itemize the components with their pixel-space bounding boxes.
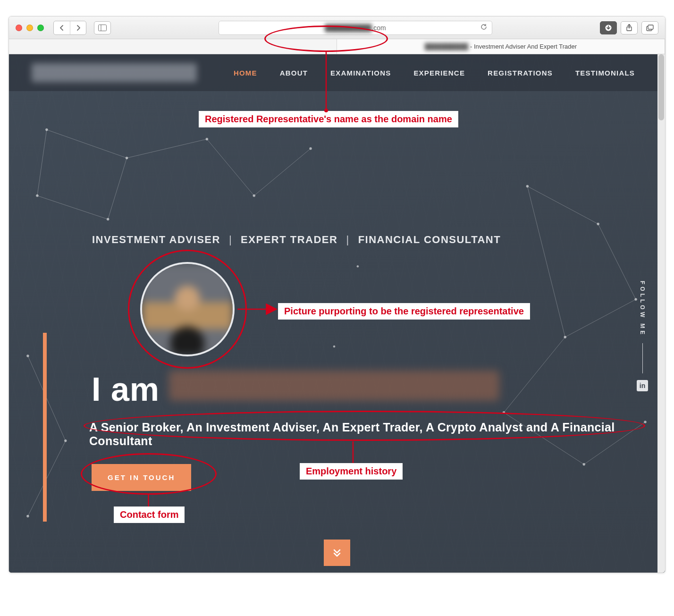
tabs-icon: [646, 25, 654, 31]
new-tab-button[interactable]: ＋: [665, 39, 666, 54]
window-controls: [16, 25, 44, 31]
tab-title-suffix: - Investment Adviser And Expert Trader: [470, 43, 577, 50]
chevrons-down-icon: [333, 548, 341, 557]
role-1: INVESTMENT ADVISER: [92, 234, 220, 246]
annotation-ellipse-avatar: [128, 250, 247, 369]
svg-line-10: [127, 139, 207, 158]
svg-point-32: [564, 336, 566, 338]
svg-point-40: [333, 346, 335, 347]
sidebar-toggle-button[interactable]: [94, 21, 111, 34]
svg-point-28: [310, 147, 312, 150]
svg-rect-0: [99, 25, 107, 31]
nav-registrations[interactable]: REGISTRATIONS: [488, 69, 553, 77]
linkedin-button[interactable]: in: [637, 380, 648, 391]
headline: I am: [92, 371, 499, 408]
share-icon: [626, 24, 632, 31]
safari-window: ██████████ .com: [8, 16, 666, 573]
close-window-button[interactable]: [16, 25, 22, 31]
svg-point-36: [26, 355, 29, 357]
role-2: EXPERT TRADER: [241, 234, 337, 246]
annotation-ellipse-cta: [81, 453, 217, 495]
svg-line-7: [108, 158, 127, 219]
iam-prefix: I am: [92, 371, 160, 408]
svg-rect-5: [648, 25, 653, 29]
maximize-window-button[interactable]: [37, 25, 44, 31]
scrollbar-thumb[interactable]: [658, 54, 664, 120]
svg-line-17: [504, 337, 565, 413]
svg-point-22: [45, 128, 48, 131]
svg-point-25: [36, 194, 38, 197]
svg-point-24: [107, 218, 109, 220]
svg-line-9: [37, 130, 47, 196]
back-button[interactable]: [54, 21, 70, 34]
download-arrow-icon: [605, 25, 612, 31]
svg-line-15: [565, 299, 636, 337]
role-separator: |: [346, 234, 349, 246]
svg-line-13: [527, 186, 598, 224]
follow-label: FOLLOW ME: [639, 281, 646, 337]
tabs-button[interactable]: [641, 21, 658, 34]
svg-line-8: [37, 196, 108, 219]
svg-point-23: [126, 157, 128, 159]
annotation-ellipse-subtitle: [84, 411, 645, 441]
svg-point-37: [64, 439, 67, 442]
svg-point-30: [597, 223, 599, 225]
svg-point-27: [253, 194, 255, 197]
toolbar-right-buttons: [600, 21, 658, 34]
svg-line-16: [527, 186, 565, 338]
reload-button[interactable]: [480, 24, 487, 32]
role-separator: |: [229, 234, 232, 246]
annotation-label-employment: Employment history: [300, 463, 403, 480]
share-button[interactable]: [621, 21, 638, 34]
svg-point-26: [206, 138, 208, 140]
nav-examinations[interactable]: EXAMINATIONS: [330, 69, 391, 77]
svg-point-34: [583, 463, 585, 465]
roles-tagline: INVESTMENT ADVISER | EXPERT TRADER | FIN…: [92, 234, 501, 246]
chevron-left-icon: [59, 25, 64, 31]
svg-line-12: [254, 149, 311, 196]
svg-point-39: [357, 265, 359, 267]
nav-about[interactable]: ABOUT: [280, 69, 308, 77]
svg-point-38: [26, 515, 29, 517]
accent-bar: [43, 333, 47, 522]
nav-links: HOME ABOUT EXAMINATIONS EXPERIENCE REGIS…: [234, 69, 635, 77]
follow-me-rail: FOLLOW ME in: [637, 281, 648, 391]
scroll-down-button[interactable]: [324, 540, 350, 566]
downloads-button[interactable]: [600, 21, 617, 34]
chevron-right-icon: [76, 25, 81, 31]
page-viewport: HOME ABOUT EXAMINATIONS EXPERIENCE REGIS…: [9, 54, 665, 573]
annotation-label-photo: Picture purporting to be the registered …: [278, 303, 530, 320]
reload-icon: [480, 24, 487, 30]
role-3: FINANCIAL CONSULTANT: [358, 234, 501, 246]
site-navbar: HOME ABOUT EXAMINATIONS EXPERIENCE REGIS…: [9, 54, 657, 91]
annotation-ellipse-url: [264, 25, 388, 52]
annotation-label-domain: Registered Representative's name as the …: [199, 111, 458, 127]
svg-line-6: [47, 130, 127, 158]
svg-point-29: [526, 185, 529, 187]
svg-line-14: [598, 224, 636, 299]
headline-name-redacted: [169, 371, 499, 401]
annotation-label-contact: Contact form: [114, 506, 185, 523]
nav-experience[interactable]: EXPERIENCE: [413, 69, 465, 77]
minimize-window-button[interactable]: [26, 25, 33, 31]
nav-home[interactable]: HOME: [234, 69, 257, 77]
nav-testimonials[interactable]: TESTIMONIALS: [575, 69, 635, 77]
nav-arrows: [53, 21, 86, 35]
follow-divider: [642, 343, 643, 373]
site-logo-redacted: [32, 63, 197, 82]
tab-title-hidden: ██████████: [425, 43, 468, 50]
linkedin-icon: in: [640, 382, 645, 389]
vertical-scrollbar[interactable]: [657, 54, 665, 573]
sidebar-icon: [98, 25, 107, 31]
forward-button[interactable]: [70, 21, 86, 34]
svg-line-11: [207, 139, 254, 196]
